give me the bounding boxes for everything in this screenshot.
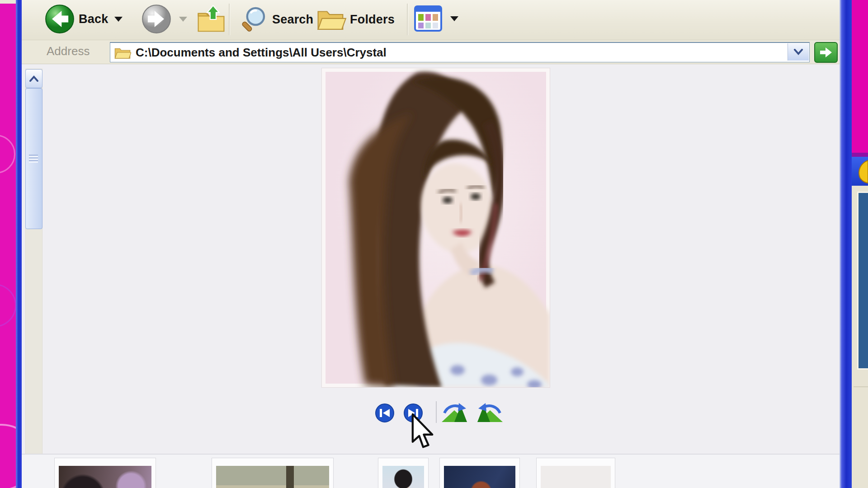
address-label: Address [47,44,90,58]
forward-dropdown-caret[interactable] [179,17,187,22]
filmstrip-view [22,64,840,488]
folders-button[interactable]: Folders [315,4,395,35]
window-border-right [840,0,852,488]
address-path: C:\Documents and Settings\All Users\Crys… [136,46,387,60]
search-button[interactable]: Search [238,4,313,35]
address-folder-icon [114,45,131,60]
chevron-up-icon [29,75,39,82]
thumbnail-4[interactable] [439,458,520,488]
scrollbar-up-button[interactable] [25,69,42,88]
search-label: Search [272,13,313,27]
address-bar: Address C:\Documents and Settings\All Us… [22,40,840,64]
address-dropdown-button[interactable] [788,43,809,61]
thumbnail-photo [444,466,515,488]
screen-top-edge [0,0,16,4]
rotate-clockwise-button[interactable] [474,403,504,423]
thumbnail-5[interactable] [536,458,615,488]
photo-preview[interactable] [322,68,550,387]
rotate-clockwise-icon [474,403,504,423]
up-button[interactable] [195,4,227,35]
toolbar-separator [229,4,230,35]
toolbar-separator [407,4,408,35]
rotate-counterclockwise-button[interactable] [441,403,471,423]
thumbnail-photo [382,466,424,488]
explorer-window: Back [22,0,840,488]
peek-window-shadow [852,153,868,157]
peek-window-body[interactable] [852,186,868,488]
mouse-cursor-icon [410,413,437,451]
forward-arrow-icon [141,4,172,34]
thumbnail-2[interactable] [212,458,334,488]
folders-icon [315,4,347,35]
previous-image-button[interactable] [375,403,395,423]
back-dropdown-caret[interactable] [114,17,123,22]
thumbnail-photo [59,466,151,488]
folder-up-icon [195,4,227,35]
search-magnifier-icon [238,4,269,35]
go-arrow-icon [819,47,833,58]
views-button[interactable] [414,5,458,32]
desktop-wallpaper-right [852,0,868,488]
desktop-wallpaper-left [0,4,16,488]
peek-window-titlebar[interactable] [852,157,868,186]
thumbnail-photo [541,466,611,488]
back-label: Back [79,12,108,26]
views-dropdown-caret[interactable] [450,16,458,21]
go-button[interactable] [814,42,838,63]
folders-label: Folders [350,13,395,27]
rotate-counterclockwise-icon [441,403,471,423]
scrollbar-thumb[interactable] [25,88,42,229]
standard-buttons-toolbar: Back [22,0,840,40]
back-button[interactable]: Back [44,4,123,34]
thumbnail-photo [216,466,329,488]
peek-window-panel [857,192,868,370]
thumbnail-1[interactable] [54,458,156,488]
thumbnail-3[interactable] [378,458,429,488]
back-arrow-icon [44,4,75,34]
peek-window-divider [854,386,868,387]
peek-window-logo-icon [852,157,868,186]
window-border-left [16,0,22,488]
thumbnail-strip [22,455,840,488]
forward-button[interactable] [141,4,187,34]
address-input[interactable]: C:\Documents and Settings\All Users\Crys… [110,42,810,62]
desktop-screen: Back [0,0,868,488]
views-icon [414,5,442,32]
chevron-down-icon [793,49,803,55]
previous-image-icon [375,403,395,423]
